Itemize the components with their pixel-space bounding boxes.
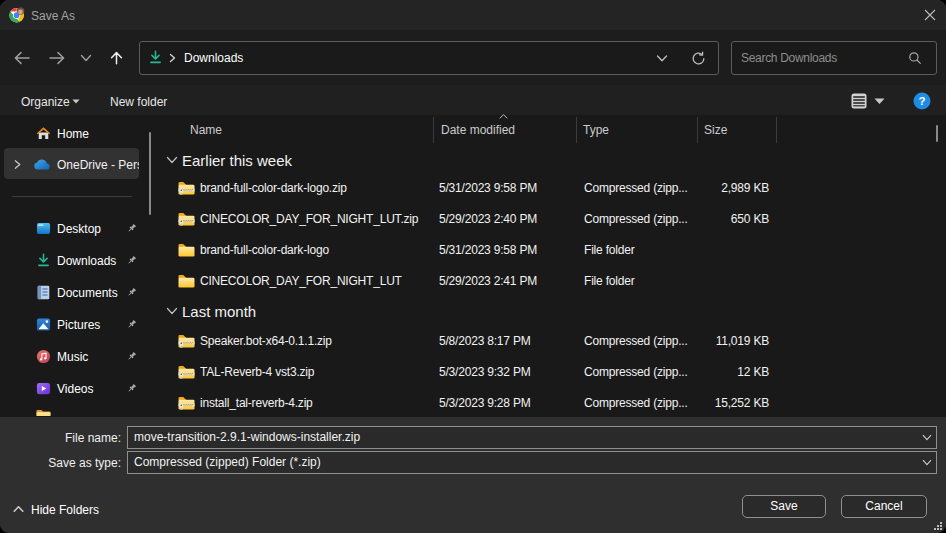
svg-text:?: ?	[918, 95, 925, 107]
